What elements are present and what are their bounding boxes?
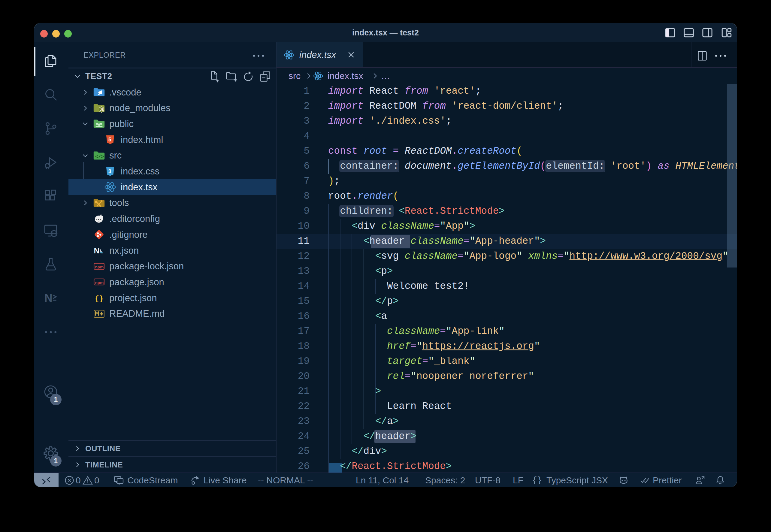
svg-text:5: 5 [108, 137, 111, 143]
svg-text:npm: npm [95, 264, 104, 269]
svg-text:N: N [94, 246, 100, 255]
svg-text:{}: {} [95, 295, 104, 303]
svg-text:</>: </> [95, 154, 104, 160]
svg-text:JS: JS [100, 108, 104, 111]
svg-text:npm: npm [95, 280, 104, 285]
svg-text:N: N [44, 292, 53, 304]
svg-text:3: 3 [108, 168, 111, 174]
